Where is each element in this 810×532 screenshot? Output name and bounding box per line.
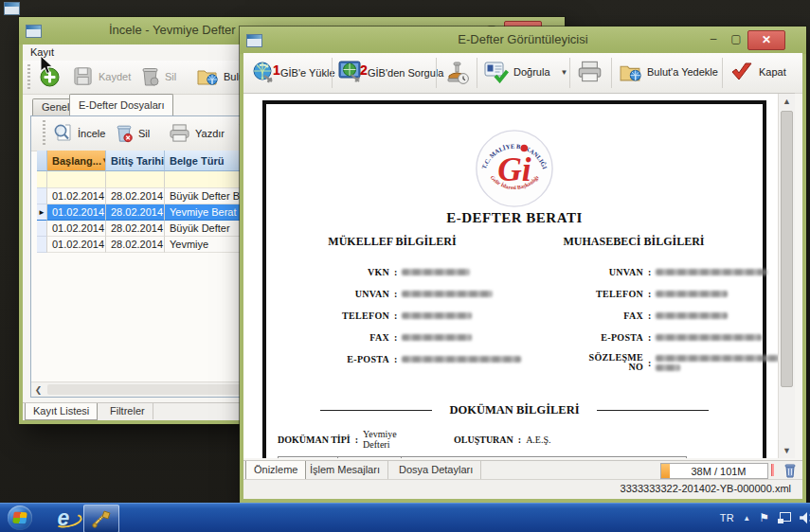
tab-edefter-label: E-Defter Dosyaları (79, 99, 164, 111)
trumpet-icon (91, 509, 112, 528)
separator (436, 58, 437, 88)
gc-trash-icon[interactable] (783, 463, 797, 478)
tab-genel-label: Genel (42, 101, 69, 113)
tab-edefter-dosyalari[interactable]: E-Defter Dosyaları (69, 94, 173, 115)
info-title: DOKÜMAN BİLGİLERİ (449, 403, 579, 417)
cell-end: 28.02.2014 (106, 204, 165, 221)
taskbar: e TR ▲ ⚑ (0, 503, 810, 532)
dogrula-button[interactable]: Doğrula ▼ (484, 61, 567, 83)
tab-dosya-detaylari[interactable]: Dosya Detayları (391, 461, 481, 479)
network-icon[interactable] (778, 512, 790, 523)
field-label: UNVAN (549, 267, 643, 277)
dogrula-label: Doğrula (513, 66, 550, 78)
bulut-yedekle-button[interactable]: Bulut'a Yedekle (619, 61, 718, 83)
trash-icon (140, 65, 160, 87)
volume-icon[interactable] (799, 511, 810, 524)
tab-islem-mesajlari[interactable]: İşlem Mesajları (302, 461, 388, 479)
incele-button[interactable]: İncele (53, 123, 105, 143)
tab-onizleme[interactable]: Önizleme (245, 461, 306, 480)
field-colon (394, 267, 397, 277)
kapat-button[interactable]: Kapat (729, 61, 786, 83)
annotation-2: 2 (360, 62, 368, 78)
sil-button[interactable]: Sil (140, 65, 176, 87)
grid-corner (37, 151, 47, 171)
windows-logo-icon (12, 512, 27, 524)
timestamp-button[interactable] (444, 60, 470, 85)
accountant-fields: UNVAN TELEFON FAX E- (549, 261, 790, 377)
internet-explorer-button[interactable]: e (47, 504, 80, 532)
mouse-cursor (40, 55, 56, 76)
filter-row-header (37, 171, 47, 188)
chevron-down-icon[interactable]: ▼ (561, 68, 568, 77)
yazdir-button[interactable]: Yazdır (169, 123, 225, 143)
cloud-folder-icon (196, 65, 219, 87)
field-label: UNVAN (279, 289, 389, 299)
redacted-value (656, 269, 767, 275)
gib-sorgula-label: GİB'den Sorgula (368, 67, 443, 79)
vscroll-thumb[interactable] (781, 111, 793, 387)
tab-filtreler[interactable]: Filtreler (102, 403, 153, 419)
redacted-value (402, 291, 493, 297)
rule-right (597, 410, 709, 411)
scroll-down-icon[interactable]: ▼ (779, 443, 795, 458)
row-header (37, 237, 47, 253)
close-button[interactable]: ✕ (747, 30, 785, 50)
scroll-up-icon[interactable]: ▲ (779, 94, 795, 109)
doc-type-row: DOKÜMAN TİPİ Yevmiye Defteri (278, 429, 412, 450)
field-label: TELEFON (549, 289, 643, 299)
gib-yukle-button[interactable]: GİB'e Yükle (251, 61, 335, 85)
viewer-titlebar[interactable]: E-Defter Görüntüleyicisi – ▢ ✕ (240, 27, 806, 54)
annotation-1: 1 (273, 62, 280, 78)
rule-left (320, 410, 432, 411)
document-preview[interactable]: T.C. MALİYE BAKANLIĞI Gelir İdaresi Başk… (243, 93, 795, 458)
field-colon (355, 434, 358, 445)
printer-icon (577, 60, 603, 83)
gauge-divider (771, 464, 774, 476)
creator-row: OLUŞTURAN A.E.Ş. (454, 434, 551, 445)
status-filename: 3333333322-201402-YB-000000.xml (621, 483, 791, 494)
redacted-value (656, 334, 762, 341)
action-center-flag-icon[interactable]: ⚑ (759, 511, 769, 524)
emblem-gi-mark: Gi (497, 151, 531, 188)
islem-mesajlari-label: İşlem Mesajları (310, 464, 380, 475)
field-row: E-POSTA (279, 348, 521, 370)
cell-start: 01.02.2014 (47, 204, 106, 221)
kapat-label: Kapat (759, 66, 786, 78)
language-indicator[interactable]: TR (720, 512, 735, 523)
memory-gauge[interactable]: 38M / 101M (660, 463, 768, 479)
document-table-edge (278, 456, 687, 458)
print-button[interactable] (577, 60, 603, 83)
edefter-app-button[interactable] (83, 505, 119, 532)
viewer-bottom-tabs: Önizleme İşlem Mesajları Dosya Detayları… (243, 460, 802, 480)
tab-kayit-listesi[interactable]: Kayıt Listesi (25, 403, 98, 420)
gib-sorgula-button[interactable]: GİB'den Sorgula (338, 61, 443, 85)
memory-text: 38M / 101M (670, 466, 767, 477)
filter-start-input[interactable] (47, 171, 106, 188)
toolbar-grip[interactable] (27, 64, 30, 90)
field-colon (648, 289, 651, 299)
separator (722, 58, 723, 88)
kaydet-button[interactable]: Kaydet (72, 65, 131, 87)
red-check-icon (729, 61, 754, 83)
minimize-button[interactable]: – (704, 30, 723, 48)
field-row: SÖZLEŞME NO (549, 348, 790, 377)
maximize-button[interactable]: ▢ (727, 30, 746, 48)
vertical-scrollbar[interactable]: ▲ ▼ (778, 94, 795, 458)
field-row: FAX (549, 305, 790, 327)
field-colon (394, 289, 397, 299)
list-toolbar-grip[interactable] (43, 120, 45, 147)
field-colon (518, 434, 521, 445)
bulut-button[interactable]: Bulu (196, 65, 244, 87)
field-colon (648, 332, 651, 343)
window-icon (26, 25, 42, 38)
col-header-baslangic[interactable]: Başlang... ▼ (47, 151, 106, 171)
redacted-value (402, 356, 521, 363)
show-hidden-icons-button[interactable]: ▲ (743, 514, 750, 523)
filter-end-input[interactable] (106, 171, 165, 188)
list-sil-button[interactable]: Sil (115, 123, 150, 143)
redacted-value (656, 312, 728, 319)
scroll-left-icon[interactable]: ❮ (31, 385, 45, 395)
col-header-bitis[interactable]: Bitiş Tarihi (106, 151, 165, 171)
start-button[interactable] (8, 505, 32, 530)
creator-label: OLUŞTURAN (454, 434, 513, 445)
